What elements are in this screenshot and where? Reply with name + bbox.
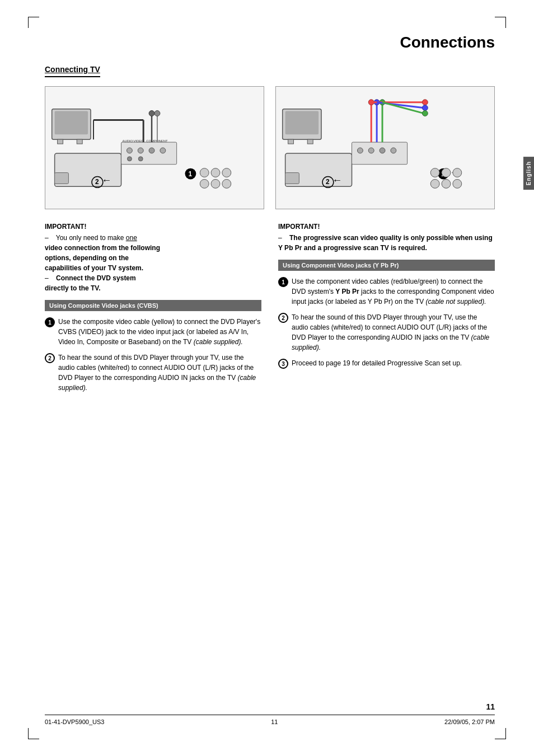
left-content-col: IMPORTANT! – You only need to make one v… — [45, 223, 261, 398]
svg-point-42 — [368, 148, 374, 153]
svg-point-22 — [200, 168, 209, 177]
svg-point-41 — [357, 148, 363, 153]
svg-point-56 — [422, 111, 428, 116]
right-content-col: IMPORTANT! – The progressive scan video … — [278, 223, 495, 398]
svg-point-34 — [154, 111, 160, 116]
svg-point-23 — [211, 168, 220, 177]
svg-rect-63 — [285, 173, 299, 184]
left-step-2-text: To hear the sound of this DVD Player thr… — [58, 353, 261, 393]
english-tab: English — [523, 157, 534, 190]
svg-point-27 — [222, 179, 231, 188]
right-step-2: 2 To hear the sound of this DVD Player t… — [278, 312, 495, 353]
left-step-1-number: 1 — [45, 317, 55, 327]
page-number: 11 — [486, 702, 495, 711]
svg-point-11 — [138, 157, 143, 161]
right-step-1-text: Use the component video cables (red/blue… — [292, 276, 495, 307]
diagrams-row: ← 2 → 1 AUDIO VIDEO COMPONENT — [45, 86, 495, 209]
svg-text:AUDIO: AUDIO — [123, 139, 133, 143]
left-step-1: 1 Use the composite video cable (yellow)… — [45, 317, 261, 347]
svg-point-69 — [453, 179, 462, 188]
footer-right: 22/09/05, 2:07 PM — [444, 719, 495, 725]
corner-tr — [495, 17, 506, 28]
svg-rect-37 — [285, 111, 318, 135]
corner-br — [495, 728, 506, 739]
svg-point-9 — [160, 148, 166, 153]
svg-rect-4 — [77, 139, 82, 144]
svg-point-6 — [127, 148, 132, 153]
svg-rect-21 — [55, 173, 69, 184]
svg-point-10 — [127, 157, 132, 161]
right-step-1: 1 Use the component video cables (red/bl… — [278, 276, 495, 307]
corner-tl — [28, 17, 39, 28]
left-step-2-number: 2 — [45, 353, 55, 363]
svg-rect-3 — [58, 139, 63, 144]
svg-point-44 — [391, 148, 396, 153]
svg-point-65 — [442, 168, 451, 177]
right-step-3: 3 Proceed to page 19 for detailed Progre… — [278, 358, 495, 369]
section-title: Connecting TV — [45, 65, 100, 77]
right-subsection-header: Using Component Video jacks (Y Pb Pr) — [278, 260, 495, 271]
right-step-2-text: To hear the sound of this DVD Player thr… — [292, 312, 495, 353]
right-step-1-number: 1 — [278, 277, 288, 287]
svg-text:←: ← — [332, 175, 343, 186]
svg-point-26 — [211, 179, 220, 188]
svg-rect-38 — [288, 139, 294, 144]
svg-text:2: 2 — [326, 178, 330, 186]
left-subsection-header: Using Composite Video jacks (CVBS) — [45, 300, 261, 311]
svg-point-55 — [422, 105, 428, 111]
svg-text:2: 2 — [95, 178, 99, 186]
diagram-left-svg: ← 2 → 1 AUDIO VIDEO COMPONENT — [45, 87, 264, 209]
svg-point-25 — [200, 179, 209, 188]
svg-rect-39 — [307, 139, 313, 144]
page-title: Connections — [45, 34, 495, 54]
right-important-text: – The progressive scan video quality is … — [278, 233, 495, 253]
right-step-3-number: 3 — [278, 359, 288, 369]
diagram-left: ← 2 → 1 AUDIO VIDEO COMPONENT — [45, 86, 264, 209]
page-container: English Connections Connecting TV — [0, 0, 534, 756]
svg-point-43 — [380, 148, 385, 153]
svg-point-66 — [453, 168, 462, 177]
left-step-1-text: Use the composite video cable (yellow) t… — [58, 317, 261, 347]
svg-point-24 — [222, 168, 231, 177]
footer-left: 01-41-DVP5900_US3 — [45, 719, 104, 725]
left-step-2: 2 To hear the sound of this DVD Player t… — [45, 353, 261, 393]
right-step-list: 1 Use the component video cables (red/bl… — [278, 276, 495, 369]
footer: 01-41-DVP5900_US3 11 22/09/05, 2:07 PM — [45, 715, 495, 725]
svg-point-68 — [442, 179, 451, 188]
left-important-label: IMPORTANT! — [45, 223, 261, 231]
svg-point-8 — [149, 148, 154, 153]
corner-bl — [28, 728, 39, 739]
svg-text:VIDEO: VIDEO — [133, 139, 144, 143]
diagram-right-svg: ← 2 1 → — [276, 87, 494, 209]
svg-rect-2 — [55, 111, 88, 135]
footer-center: 11 — [271, 719, 278, 725]
svg-point-33 — [149, 111, 154, 116]
svg-point-67 — [430, 179, 439, 188]
right-step-2-number: 2 — [278, 313, 288, 323]
svg-point-7 — [138, 148, 143, 153]
left-important-text: – You only need to make one video connec… — [45, 233, 261, 293]
left-step-list: 1 Use the composite video cable (yellow)… — [45, 317, 261, 393]
svg-point-54 — [422, 100, 428, 105]
content-row: IMPORTANT! – You only need to make one v… — [45, 223, 495, 398]
right-important-label: IMPORTANT! — [278, 223, 495, 231]
svg-text:1: 1 — [188, 170, 192, 178]
svg-point-64 — [430, 168, 439, 177]
svg-text:←: ← — [102, 175, 112, 186]
diagram-right: ← 2 1 → — [275, 86, 495, 209]
right-step-3-text: Proceed to page 19 for detailed Progress… — [292, 358, 495, 368]
